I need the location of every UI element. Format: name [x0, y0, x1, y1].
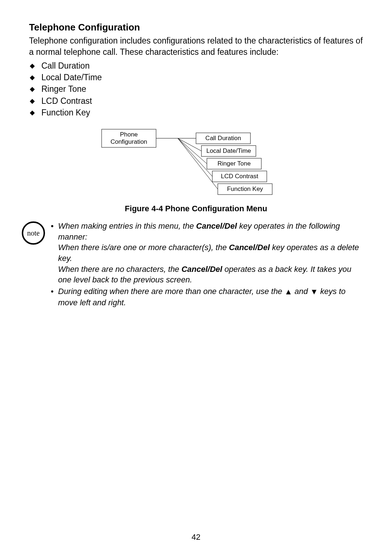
section-title: Telephone Configuration — [29, 22, 363, 33]
note-text: When there are no characters, the — [58, 265, 181, 274]
diagram-item-label: Local Date/Time — [206, 147, 251, 154]
diagram-item-label: Call Duration — [205, 135, 241, 142]
diagram-root-label-2: Configuration — [110, 138, 147, 145]
note-block: note When making entries in this menu, t… — [22, 221, 363, 309]
intro-paragraph: Telephone configuration includes configu… — [29, 35, 363, 58]
diagram-item-label: Ringer Tone — [217, 160, 250, 167]
list-item: Call Duration — [29, 60, 363, 72]
up-arrow-icon: ▲ — [285, 286, 293, 297]
diagram-item-label: Function Key — [227, 185, 263, 192]
down-arrow-icon: ▼ — [310, 286, 318, 297]
page-number: 42 — [0, 532, 392, 542]
key-name: Cancel/Del — [196, 221, 237, 230]
diagram-container: Phone Configuration Call Duration Local … — [29, 126, 363, 202]
figure-caption: Figure 4-4 Phone Configuration Menu — [29, 204, 363, 213]
note-item: During editing when there are more than … — [51, 286, 363, 308]
list-item: Local Date/Time — [29, 72, 363, 83]
note-text: and — [293, 287, 310, 296]
diagram-root-label-1: Phone — [120, 131, 138, 138]
note-body: When making entries in this menu, the Ca… — [51, 221, 363, 309]
note-text: When there is/are one or more character(… — [58, 243, 229, 252]
note-item: When making entries in this menu, the Ca… — [51, 221, 363, 285]
list-item: LCD Contrast — [29, 95, 363, 107]
note-text: During editing when there are more than … — [58, 287, 285, 296]
key-name: Cancel/Del — [229, 243, 270, 252]
feature-list: Call Duration Local Date/Time Ringer Ton… — [29, 60, 363, 118]
list-item: Function Key — [29, 107, 363, 118]
note-icon: note — [22, 221, 45, 245]
list-item: Ringer Tone — [29, 83, 363, 95]
note-text: When making entries in this menu, the — [58, 221, 196, 230]
key-name: Cancel/Del — [181, 265, 222, 274]
diagram-item-label: LCD Contrast — [221, 173, 258, 180]
svg-line-5 — [178, 138, 212, 176]
menu-tree-diagram: Phone Configuration Call Duration Local … — [98, 126, 294, 202]
page: Telephone Configuration Telephone config… — [0, 0, 392, 555]
